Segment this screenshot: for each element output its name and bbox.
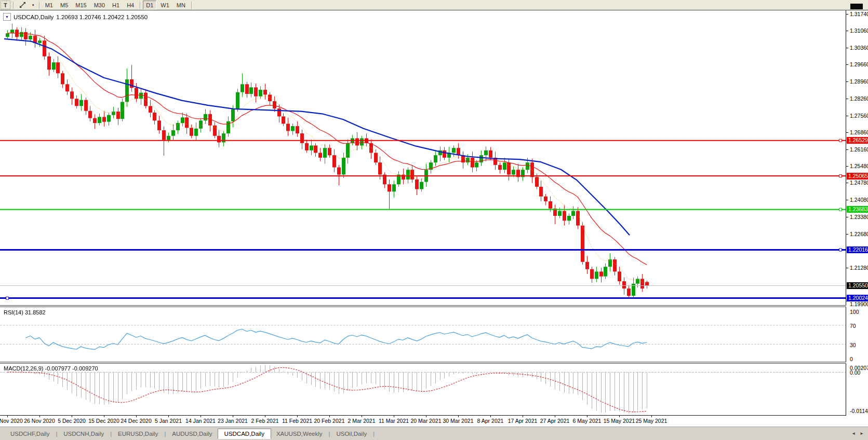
- date-axis-label: 15 Dec 2020: [88, 418, 119, 424]
- date-axis-tick: [426, 416, 426, 417]
- rsi-axis-label: 30: [850, 342, 856, 348]
- price-axis-label: 1.26160: [850, 146, 868, 153]
- date-axis-tick: [651, 416, 652, 417]
- date-axis-tick: [394, 416, 394, 417]
- date-axis-label: 27 Apr 2021: [540, 418, 570, 424]
- price-axis-label: 1.30360: [850, 45, 868, 51]
- rsi-axis-label: 0: [850, 356, 853, 362]
- price-axis-label: 1.31060: [850, 28, 868, 34]
- chart-tabs: USDCHF,Daily|USDCNH,Daily|EURUSD,Daily|A…: [5, 427, 376, 440]
- chart-tab-usdcad[interactable]: USDCAD,Daily: [218, 429, 271, 439]
- date-axis-tick: [72, 416, 72, 417]
- chart-tab-xauusd[interactable]: XAUUSD,Weekly: [271, 429, 328, 438]
- panel-splitter-macd[interactable]: [0, 362, 846, 364]
- rsi-indicator-label: RSI(14) 31.8582: [4, 309, 46, 315]
- toolbar-separator: [39, 2, 39, 9]
- tabs-scroll-right-icon[interactable]: ►: [860, 431, 864, 436]
- date-axis-tick: [362, 416, 362, 417]
- price-level-tag: 1.20550: [847, 282, 868, 289]
- price-axis-label: 1.31740: [850, 11, 868, 17]
- date-axis-label: 26 Nov 2020: [24, 418, 55, 424]
- date-axis-label: 2 Feb 2021: [251, 418, 278, 424]
- panel-splitter-rsi[interactable]: [0, 305, 846, 307]
- price-axis-label: 1.29660: [850, 61, 868, 67]
- timeframe-m5-button[interactable]: M5: [57, 1, 71, 9]
- chart-bottom-border: [0, 415, 846, 416]
- timeframes-dropdown-caret[interactable]: ▼: [30, 1, 36, 9]
- chart-ohlc-values: 1.20693 1.20746 1.20422 1.20550: [56, 14, 148, 20]
- timeframe-w1-button[interactable]: W1: [157, 1, 172, 9]
- date-axis-label: 20 Mar 2021: [411, 418, 442, 424]
- price-axis-tick: [846, 31, 848, 31]
- rsi-axis-label: 70: [850, 323, 856, 329]
- price-axis-label: 1.24780: [850, 180, 868, 186]
- price-axis-label: 1.25480: [850, 163, 868, 169]
- date-axis-tick: [39, 416, 40, 417]
- chart-title: ▼ USDCAD,Daily 1.20693 1.20746 1.20422 1…: [3, 13, 148, 21]
- trading-app-window: T ▼ M1 M5 M15 M30 H1 H4 D1 W1 MN ▼ USDCA…: [0, 0, 868, 440]
- toolbar-separator: [13, 2, 14, 9]
- price-axis-tick: [846, 200, 848, 200]
- toolbar: T ▼ M1 M5 M15 M30 H1 H4 D1 W1 MN: [0, 0, 868, 10]
- toolbar-separator: [191, 2, 192, 9]
- date-axis-label: 17 Apr 2021: [508, 418, 538, 424]
- price-axis-label: 1.19900: [850, 301, 868, 307]
- price-level-tag: 1.22016: [847, 246, 868, 253]
- date-axis-label: 23 Jan 2021: [218, 418, 248, 424]
- tabs-scroll-left-icon[interactable]: ◄: [851, 431, 856, 436]
- price-axis-tick: [846, 149, 848, 150]
- symbol-dropdown-icon[interactable]: ▼: [3, 13, 11, 21]
- price-axis-label: 1.26860: [850, 129, 868, 135]
- timeframe-h1-button[interactable]: H1: [109, 1, 123, 9]
- timeframe-d1-button[interactable]: D1: [143, 1, 156, 9]
- date-axis-label: 8 Apr 2021: [477, 418, 504, 424]
- price-level-tag: 1.26529: [847, 137, 868, 144]
- macd-axis-label: 0.00: [850, 369, 860, 376]
- date-axis-label: 6 May 2021: [573, 418, 602, 424]
- text-tool-button[interactable]: T: [1, 1, 10, 9]
- timeframe-m30-button[interactable]: M30: [91, 1, 108, 9]
- price-axis-label: 1.24080: [850, 197, 868, 203]
- date-axis-label: 15 May 2021: [604, 418, 635, 424]
- toolbar-separator: [140, 2, 140, 9]
- timeframe-m1-button[interactable]: M1: [42, 1, 56, 9]
- price-axis-label: 1.23380: [850, 214, 868, 220]
- date-axis-label: 17 Nov 2020: [0, 418, 23, 424]
- date-axis-tick: [523, 416, 523, 417]
- chart-tab-usdcnh[interactable]: USDCNH,Daily: [58, 429, 109, 438]
- top-right-marker: [850, 4, 863, 9]
- tab-separator: |: [56, 431, 57, 437]
- price-axis-label: 1.28960: [850, 78, 868, 85]
- date-axis-label: 25 May 2021: [636, 418, 667, 424]
- tab-separator: |: [373, 431, 375, 437]
- price-axis-tick: [846, 183, 848, 183]
- date-axis-tick: [233, 416, 233, 417]
- date-axis-tick: [458, 416, 459, 417]
- chart-tab-usdchf[interactable]: USDCHF,Daily: [5, 429, 55, 438]
- cycle-arrows-icon: [19, 2, 26, 8]
- chart-tab-eurusd[interactable]: EURUSD,Daily: [113, 429, 163, 438]
- date-axis-tick: [297, 416, 298, 417]
- price-axis-tick: [846, 217, 848, 217]
- price-axis-tick: [846, 14, 848, 15]
- price-axis-tick: [846, 81, 848, 82]
- chart-tab-audusd[interactable]: AUDUSD,Daily: [167, 429, 217, 438]
- cycle-timeframes-button[interactable]: [16, 1, 29, 9]
- price-axis: 1.317401.310601.303601.296601.289601.282…: [846, 10, 868, 425]
- date-axis-tick: [490, 416, 491, 417]
- price-axis-tick: [846, 99, 848, 99]
- price-axis-tick: [846, 116, 848, 116]
- chart-tab-usoil[interactable]: USOil,Daily: [331, 429, 372, 438]
- timeframe-m15-button[interactable]: M15: [72, 1, 89, 9]
- chart-window: ▼ USDCAD,Daily 1.20693 1.20746 1.20422 1…: [0, 10, 868, 425]
- price-axis-tick: [846, 166, 848, 167]
- date-axis-tick: [136, 416, 137, 417]
- date-axis-tick: [329, 416, 330, 417]
- timeframe-mn-button[interactable]: MN: [173, 1, 189, 9]
- date-axis-label: 24 Dec 2020: [121, 418, 152, 424]
- chart-canvas[interactable]: [0, 10, 846, 415]
- price-axis-tick: [846, 132, 848, 133]
- timeframe-h4-button[interactable]: H4: [124, 1, 137, 9]
- date-axis-tick: [104, 416, 104, 417]
- date-axis-tick: [201, 416, 201, 417]
